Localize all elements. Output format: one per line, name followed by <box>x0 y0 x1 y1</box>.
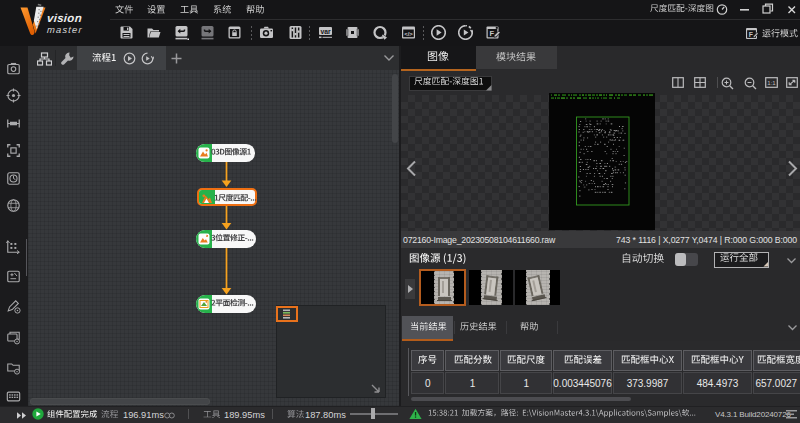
svg-text:1:1: 1:1 <box>767 80 776 86</box>
svg-text:var: var <box>320 28 331 35</box>
svg-text:</>: </> <box>404 31 413 37</box>
svg-text:F: F <box>749 31 753 38</box>
